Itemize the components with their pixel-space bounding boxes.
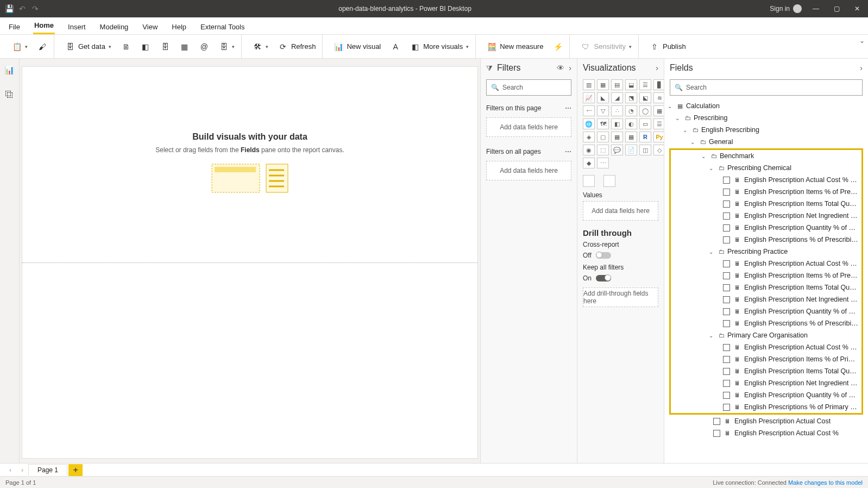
- paste-button[interactable]: 📋▾: [10, 40, 30, 54]
- undo-icon[interactable]: ↶: [17, 4, 27, 14]
- pbi-dataset-button[interactable]: ◧: [139, 40, 153, 54]
- field-item[interactable]: 🖩English Prescription Net Ingredient Cos…: [671, 210, 861, 222]
- viz-scatter[interactable]: ∴: [611, 105, 623, 116]
- viz-filled-map[interactable]: 🗺: [597, 118, 609, 129]
- enter-data-button[interactable]: ▦: [178, 40, 192, 54]
- field-item[interactable]: 🖩English Prescription Items Total Quanti…: [671, 281, 861, 293]
- minimize-button[interactable]: —: [809, 2, 822, 15]
- viz-donut[interactable]: ◯: [639, 105, 651, 116]
- redo-icon[interactable]: ↷: [30, 4, 40, 14]
- field-item[interactable]: 🖩English Prescriptions % of Primary Care…: [671, 401, 861, 413]
- sql-button[interactable]: 🗄: [158, 40, 172, 54]
- close-button[interactable]: ✕: [851, 2, 864, 15]
- collapse-icon[interactable]: ›: [569, 64, 571, 72]
- field-item[interactable]: 🖩English Prescription Items Total Quanti…: [671, 365, 861, 377]
- checkbox[interactable]: [723, 344, 730, 351]
- node-english-prescribing[interactable]: ⌄🗀English Prescribing: [668, 124, 865, 136]
- field-item[interactable]: 🖩English Prescription Actual Cost % of P…: [671, 258, 861, 270]
- sign-in-button[interactable]: Sign in: [770, 4, 802, 13]
- new-measure-button[interactable]: 🧮New measure: [485, 40, 545, 54]
- node-prescribing-chemical[interactable]: ⌄🗀Prescribing Chemical: [671, 162, 861, 174]
- checkbox[interactable]: [723, 260, 730, 267]
- field-item[interactable]: 🖩English Prescription Actual Cost % of P…: [671, 341, 861, 353]
- checkbox[interactable]: [723, 284, 730, 291]
- more-visuals-button[interactable]: ◧More visuals▾: [408, 40, 471, 54]
- viz-shape-map[interactable]: ◧: [611, 118, 623, 129]
- menu-help[interactable]: Help: [171, 20, 187, 34]
- field-item[interactable]: 🖩English Prescription Actual Cost: [668, 415, 865, 427]
- viz-table[interactable]: ▦: [611, 132, 623, 142]
- node-benchmark[interactable]: ⌄🗀Benchmark: [671, 150, 861, 162]
- checkbox[interactable]: [723, 272, 730, 279]
- filters-search[interactable]: 🔍 Search: [486, 79, 571, 96]
- checkbox[interactable]: [723, 356, 730, 363]
- checkbox[interactable]: [723, 308, 730, 315]
- viz-line[interactable]: 📈: [583, 92, 595, 103]
- checkbox[interactable]: [723, 201, 730, 208]
- values-well[interactable]: Add data fields here: [583, 201, 658, 221]
- new-visual-button[interactable]: 📊New visual: [331, 40, 383, 54]
- viz-funnel[interactable]: ▽: [597, 105, 609, 116]
- page-tab-1[interactable]: Page 1: [28, 464, 67, 476]
- checkbox[interactable]: [723, 236, 730, 243]
- get-data-button[interactable]: 🗄Get data▾: [63, 40, 114, 54]
- viz-narrative[interactable]: 📄: [625, 145, 637, 155]
- cross-report-toggle[interactable]: [596, 252, 611, 259]
- publish-button[interactable]: ⇧Publish: [647, 40, 688, 54]
- viz-waterfall[interactable]: ⬳: [583, 105, 595, 116]
- menu-external-tools[interactable]: External Tools: [199, 20, 246, 34]
- field-item[interactable]: 🖩English Prescription Actual Cost %: [668, 427, 865, 439]
- checkbox[interactable]: [723, 392, 730, 399]
- fields-well-button[interactable]: [583, 175, 595, 187]
- menu-insert[interactable]: Insert: [67, 20, 87, 34]
- node-calculation[interactable]: ⌄▦Calculation: [668, 100, 865, 112]
- checkbox[interactable]: [723, 189, 730, 196]
- checkbox[interactable]: [723, 212, 730, 220]
- transform-button[interactable]: 🛠▾: [250, 40, 271, 54]
- viz-map[interactable]: 🌐: [583, 118, 595, 129]
- field-item[interactable]: 🖩English Prescription Items % of Prescri…: [671, 186, 861, 198]
- drill-through-well[interactable]: Add drill-through fields here: [583, 287, 658, 307]
- field-item[interactable]: 🖩English Prescription Items % of Prescri…: [671, 270, 861, 281]
- viz-slicer[interactable]: ▢: [597, 132, 609, 142]
- viz-paginated[interactable]: ◫: [639, 145, 651, 155]
- field-item[interactable]: 🖩English Prescription Items % of Primary…: [671, 353, 861, 365]
- checkbox[interactable]: [723, 320, 730, 327]
- viz-pie[interactable]: ◔: [625, 105, 637, 116]
- add-page-button[interactable]: +: [68, 464, 83, 476]
- page-next[interactable]: ›: [16, 466, 28, 474]
- checkbox[interactable]: [723, 224, 730, 232]
- text-box-button[interactable]: A: [388, 40, 402, 54]
- more-icon[interactable]: ⋯: [565, 104, 571, 112]
- sensitivity-button[interactable]: 🛡Sensitivity▾: [578, 40, 634, 54]
- keep-filters-toggle[interactable]: [596, 275, 611, 281]
- field-item[interactable]: 🖩English Prescriptions % of Prescribing …: [671, 234, 861, 246]
- more-icon[interactable]: ⋯: [565, 148, 571, 155]
- viz-decomp[interactable]: ⬚: [597, 145, 609, 155]
- eye-icon[interactable]: 👁: [557, 64, 564, 72]
- viz-stacked-col[interactable]: ▦: [597, 79, 609, 90]
- menu-modeling[interactable]: Modeling: [99, 20, 130, 34]
- report-canvas[interactable]: Build visuals with your data Select or d…: [22, 66, 478, 459]
- menu-home[interactable]: Home: [33, 18, 55, 34]
- collapse-icon[interactable]: ›: [656, 64, 658, 72]
- ribbon-overflow[interactable]: ⌄: [859, 37, 865, 45]
- quick-measure-button[interactable]: ⚡: [551, 40, 565, 54]
- viz-powerapps[interactable]: ◆: [583, 158, 595, 168]
- field-item[interactable]: 🖩English Prescription Actual Cost % of P…: [671, 174, 861, 186]
- node-general[interactable]: ⌄🗀General: [668, 136, 865, 148]
- viz-area[interactable]: ◣: [597, 92, 609, 103]
- viz-stacked-area[interactable]: ◢: [611, 92, 623, 103]
- viz-qa[interactable]: 💬: [611, 145, 623, 155]
- make-changes-link[interactable]: Make changes to this model: [788, 479, 863, 486]
- maximize-button[interactable]: ▢: [830, 2, 843, 15]
- filters-on-all-well[interactable]: Add data fields here: [486, 161, 571, 180]
- excel-button[interactable]: 🗎: [119, 40, 133, 54]
- viz-matrix[interactable]: ▦: [625, 132, 637, 142]
- menu-file[interactable]: File: [8, 20, 21, 34]
- viz-line-col[interactable]: ⬔: [625, 92, 637, 103]
- checkbox[interactable]: [723, 296, 730, 303]
- checkbox[interactable]: [723, 368, 730, 375]
- viz-100-bar[interactable]: ☰: [639, 79, 651, 90]
- checkbox[interactable]: [723, 404, 730, 411]
